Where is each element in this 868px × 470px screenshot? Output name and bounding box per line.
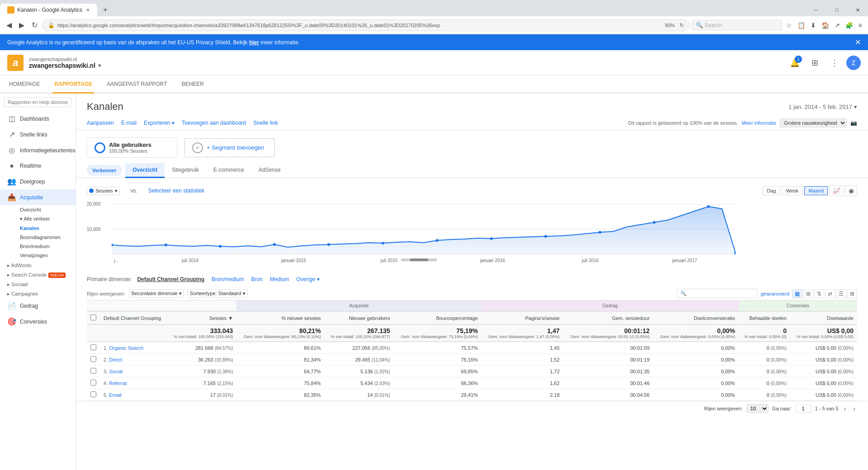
sidebar-item-dashboards[interactable]: ◫ Dashboards — [0, 111, 75, 127]
dim-default-channel[interactable]: Default Channel Grouping — [135, 275, 206, 283]
tab-overzicht[interactable]: Overzicht — [125, 163, 165, 178]
back-button[interactable]: ◀ — [4, 19, 14, 31]
date-range-picker[interactable]: 1 jan. 2014 - 5 feb. 2017 ▾ — [788, 103, 857, 110]
explorer-selected-tab[interactable]: Verkenner — [87, 165, 122, 176]
restore-button[interactable]: □ — [826, 2, 847, 18]
th-pages-session[interactable]: Pagina's/sessie — [481, 311, 563, 324]
sidebar-item-snelle-links[interactable]: ↗ Snelle links — [0, 127, 75, 142]
notifications-button[interactable]: 🔔 1 — [787, 55, 803, 71]
new-tab-button[interactable]: + — [99, 4, 112, 16]
snelle-link-button[interactable]: Snelle link — [253, 118, 278, 128]
row1-channel-link[interactable]: Organic Search — [109, 345, 143, 351]
nav-homepage[interactable]: HOMEPAGE — [7, 75, 42, 94]
sidebar-group-sociaal[interactable]: ▸ Sociaal — [0, 279, 75, 288]
url-box[interactable]: 🔒 https://analytics.google.com/analytics… — [42, 19, 690, 31]
aanpassen-button[interactable]: Aanpassen — [87, 118, 114, 128]
prev-page-button[interactable]: ‹ — [842, 404, 848, 413]
page-size-select[interactable]: 102550100500 — [746, 404, 769, 413]
metric-select[interactable]: Sessies ▾ — [87, 187, 120, 195]
view-list-button[interactable]: ☰ — [836, 289, 846, 298]
sidebar-group-campagnes[interactable]: ▸ Campagnes — [0, 288, 75, 298]
exporteren-button[interactable]: Exporteren ▾ — [144, 118, 175, 128]
add-segment-button[interactable]: + + Segment toevoegen — [184, 138, 275, 157]
nav-aangepast[interactable]: AANGEPAST RAPPORT — [105, 75, 169, 94]
select-all-checkbox[interactable] — [90, 315, 96, 320]
sort-type-dropdown[interactable]: Sorteertype: Standaard ▾ — [188, 289, 248, 298]
sidebar-sub-alle-verkeer[interactable]: ▾ Alle verkeer — [0, 214, 75, 224]
line-chart-button[interactable]: 📈 — [830, 185, 844, 196]
segment-all-users[interactable]: Alle gebruikers 100,00% Sessies — [87, 137, 177, 158]
sidebar-sub-verwijzingen[interactable]: Verwijzingen — [0, 251, 75, 260]
th-sessions[interactable]: Sessies ▼ — [167, 311, 236, 324]
menu-icon[interactable]: ≡ — [856, 20, 864, 30]
th-new-sessions[interactable]: % nieuwe sessies — [236, 311, 324, 324]
avatar[interactable]: Z — [846, 56, 861, 70]
row1-checkbox[interactable] — [87, 342, 100, 354]
row5-checkbox[interactable] — [87, 389, 100, 401]
home-icon[interactable]: 🏠 — [819, 20, 831, 30]
dim-medium[interactable]: Medium — [268, 275, 291, 283]
tab-adsense[interactable]: AdSense — [251, 163, 288, 178]
advanced-link[interactable]: geavanceerd — [760, 291, 789, 296]
sidebar-item-realtime[interactable]: ● Realtime — [0, 158, 75, 174]
sidebar-group-search-console[interactable]: ▸ Search Console NIEUW — [0, 269, 75, 279]
sidebar-search-input[interactable] — [4, 97, 72, 107]
read-list-icon[interactable]: 📋 — [795, 20, 807, 30]
time-btn-dag[interactable]: Dag — [763, 186, 780, 195]
view-treemap-button[interactable]: ⊞ — [847, 289, 857, 298]
refresh-button[interactable]: ↻ — [29, 19, 40, 31]
bookmark-icon[interactable]: ☆ — [784, 20, 794, 30]
share-icon[interactable]: ↗ — [832, 20, 842, 30]
view-pivot-button[interactable]: ⊞ — [803, 289, 813, 298]
table-search-input[interactable] — [689, 291, 743, 296]
tab-ecommerce[interactable]: E-commerce — [206, 163, 251, 178]
th-goals-completed[interactable]: Behaalde doelen — [739, 311, 790, 324]
row4-channel-link[interactable]: Referral — [109, 381, 127, 386]
sidebar-sub-overzicht[interactable]: Overzicht — [0, 205, 75, 214]
forward-button[interactable]: ▶ — [16, 19, 27, 31]
row3-channel-link[interactable]: Social — [109, 369, 123, 374]
apps-button[interactable]: ⊞ — [807, 55, 823, 71]
th-checkbox[interactable] — [87, 311, 100, 324]
select-stat-button[interactable]: Selecteer een statistiek — [148, 188, 204, 194]
view-compare-button[interactable]: ⇅ — [814, 289, 824, 298]
time-btn-week[interactable]: Week — [782, 186, 802, 195]
sidebar-item-gedrag[interactable]: 📄 Gedrag — [0, 298, 75, 314]
dim-overige[interactable]: Overige ▾ — [294, 275, 321, 283]
sidebar-sub-bron-medium[interactable]: Bron/medium — [0, 242, 75, 251]
row5-channel-link[interactable]: Email — [109, 392, 122, 398]
tab-close-icon[interactable]: ✕ — [86, 7, 90, 13]
row4-checkbox[interactable] — [87, 377, 100, 389]
site-domain-dropdown[interactable]: zwangerschapswiki.nl ▼ — [29, 62, 102, 69]
more-button[interactable]: ⋮ — [826, 55, 843, 71]
sidebar-item-conversies[interactable]: 🎯 Conversies — [0, 314, 75, 329]
th-new-users[interactable]: Nieuwe gebruikers — [325, 311, 394, 324]
view-overlap-button[interactable]: ⇄ — [825, 289, 835, 298]
th-goal-value[interactable]: Doelwaarde — [790, 311, 857, 324]
secondary-dim-dropdown[interactable]: Secundaire dimensie ▾ — [129, 289, 184, 298]
info-bar-link[interactable]: hier — [249, 39, 259, 46]
browser-search-box[interactable]: 🔍 Search — [692, 20, 782, 30]
sidebar-item-info-events[interactable]: ◎ Informatiegebeurtenissen — [0, 142, 75, 158]
active-tab[interactable]: Kanalen - Google Analytics ✕ — [0, 4, 97, 16]
sidebar-group-adwords[interactable]: ▸ AdWords — [0, 260, 75, 269]
dim-bron[interactable]: Bron — [249, 275, 264, 283]
pie-chart-button[interactable]: ◉ — [845, 185, 857, 196]
info-bar-close-button[interactable]: ✕ — [855, 38, 861, 47]
sidebar-item-acquisitie[interactable]: 📥 Acquisitie — [0, 189, 75, 205]
tab-sitegebruik[interactable]: Sitegebruik — [165, 163, 206, 178]
sidebar-item-doelgroep[interactable]: 👥 Doelgroep — [0, 174, 75, 189]
dim-bron-medium[interactable]: Bron/medium — [210, 275, 245, 283]
meer-info-link[interactable]: Meer informatie — [742, 120, 776, 126]
sidebar-sub-kanalen[interactable]: Kanalen — [0, 224, 75, 233]
sidebar-sub-boomdiagrammen[interactable]: Boomdiagrammen — [0, 233, 75, 242]
time-btn-maand[interactable]: Maand — [804, 186, 828, 195]
row3-checkbox[interactable] — [87, 366, 100, 377]
th-avg-duration[interactable]: Gem. sessieduur — [563, 311, 653, 324]
accuracy-select[interactable]: Grotere nauwkeurigheid — [780, 118, 847, 127]
nav-beheer[interactable]: BEHEER — [180, 75, 206, 94]
extensions-icon[interactable]: 🧩 — [843, 20, 855, 30]
minimize-button[interactable]: ─ — [806, 2, 826, 18]
close-button[interactable]: ✕ — [847, 2, 868, 18]
camera-button[interactable]: 📷 — [850, 118, 857, 128]
